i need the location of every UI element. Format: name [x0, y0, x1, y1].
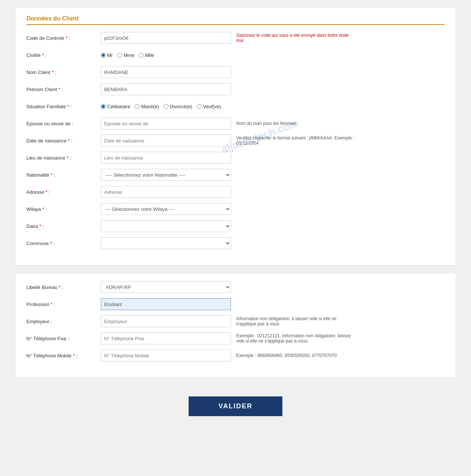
tel-fixe-label: N° Téléphone Fixe :: [26, 336, 101, 341]
wilaya-label: Wilaya * :: [26, 206, 101, 212]
employeur-row: Employeur : Information non obligatoire;…: [26, 315, 445, 328]
code-controle-hint: Saisissez le code qui vous a été envoyé …: [236, 33, 355, 43]
nationalite-row: Nationalité * : ---- Sélectionnez votre …: [26, 168, 445, 181]
civilite-radio-group: Mr Mme Mlle: [101, 52, 154, 58]
tel-mobile-area: Exemple : 0660606060, 0550505050, 077070…: [101, 350, 445, 361]
epouse-veuve-hint: Nom du mari pour les femmes: [236, 121, 296, 126]
section-title: Données du Client: [26, 15, 445, 25]
employeur-label: Employeur :: [26, 319, 101, 324]
civilite-area: Mr Mme Mlle: [101, 52, 445, 58]
epouse-veuve-label: Epouse ou veuve de :: [26, 121, 101, 126]
profession-area: [101, 298, 445, 310]
code-controle-label: Code de Controle * :: [26, 35, 101, 41]
commune-row: Commune * :: [26, 237, 445, 250]
civilite-mlle-radio[interactable]: [139, 53, 144, 58]
lieu-naissance-input[interactable]: [101, 152, 231, 164]
tel-mobile-input[interactable]: [101, 350, 231, 361]
lieu-naissance-label: Lieu de naissance * :: [26, 155, 101, 161]
wilaya-select[interactable]: --- Sélectionnez votre Wilaya --- Adrar …: [101, 203, 231, 215]
commune-area: [101, 237, 445, 249]
civilite-mme-label[interactable]: Mme: [117, 52, 134, 58]
tel-mobile-row: N° Téléphone Mobile * : Exemple : 066060…: [26, 349, 445, 362]
wilaya-row: Wilaya * : --- Sélectionnez votre Wilaya…: [26, 203, 445, 215]
wilaya-area: --- Sélectionnez votre Wilaya --- Adrar …: [101, 203, 445, 215]
employeur-input[interactable]: [101, 315, 231, 327]
nationalite-label: Nationalité * :: [26, 172, 101, 178]
marie-label[interactable]: Marié(e): [135, 104, 159, 109]
tel-fixe-input[interactable]: [101, 332, 231, 344]
adresse-input[interactable]: [101, 186, 231, 198]
celibataire-label[interactable]: Célibataire: [101, 104, 130, 109]
veuf-label[interactable]: Veuf(ve): [197, 104, 221, 109]
profession-input[interactable]: [101, 298, 231, 310]
situation-familiale-radio-group: Célibataire Marié(e) Divorcé(e) Veuf(ve): [101, 104, 221, 109]
libelle-bureau-row: Libellé Bureau * : ADRAR-RP: [26, 281, 445, 293]
nationalite-area: ---- Sélectionnez votre Nationalite ----…: [101, 169, 445, 181]
commune-label: Commune * :: [26, 241, 101, 246]
civilite-mlle-label[interactable]: Mlle: [139, 52, 154, 58]
celibataire-radio[interactable]: [101, 104, 106, 109]
employeur-area: Information non obligatoire; à laisser v…: [101, 315, 445, 327]
epouse-veuve-area: Nom du mari pour les femmes: [101, 118, 445, 129]
employeur-hint: Information non obligatoire; à laisser v…: [236, 316, 355, 327]
adresse-label: Adresse * :: [26, 189, 101, 195]
code-controle-input[interactable]: [101, 32, 231, 44]
veuf-radio[interactable]: [197, 104, 202, 109]
nom-client-row: Nom Client * :: [26, 66, 445, 78]
civilite-mr-radio[interactable]: [101, 53, 106, 58]
situation-familiale-row: Situation Familiale * : Célibataire Mari…: [26, 100, 445, 113]
nationalite-select[interactable]: ---- Sélectionnez votre Nationalite ----…: [101, 169, 231, 181]
code-controle-row: Code de Controle * : Saisissez le code q…: [26, 32, 445, 44]
daira-row: Daira * :: [26, 220, 445, 232]
civilite-label: Civilité * :: [26, 52, 101, 58]
daira-label: Daira * :: [26, 223, 101, 229]
libelle-bureau-label: Libellé Bureau * :: [26, 284, 101, 290]
civilite-mme-radio[interactable]: [117, 53, 122, 58]
profession-row: Profession * :: [26, 298, 445, 311]
date-naissance-input[interactable]: [101, 135, 231, 147]
code-controle-area: Saisissez le code qui vous a été envoyé …: [101, 32, 445, 44]
profession-label: Profession * :: [26, 302, 101, 307]
civilite-row: Civilité * : Mr Mme Mlle: [26, 49, 445, 61]
commune-select[interactable]: [101, 237, 231, 249]
divorce-label[interactable]: Divorcé(e): [164, 104, 192, 109]
prenom-client-label: Prénom Client * :: [26, 87, 101, 92]
tel-mobile-label: N° Téléphone Mobile * :: [26, 353, 101, 358]
date-naissance-area: Veuillez respecter le format suivant : j…: [101, 135, 445, 147]
tel-fixe-area: Exemple : 021212121. Information non obl…: [101, 332, 445, 344]
lieu-naissance-area: [101, 152, 445, 164]
libelle-bureau-select[interactable]: ADRAR-RP: [101, 281, 231, 293]
epouse-veuve-input[interactable]: [101, 118, 231, 129]
prenom-client-input[interactable]: [101, 83, 231, 95]
section2-card: Libellé Bureau * : ADRAR-RP Profession *…: [15, 273, 456, 378]
libelle-bureau-area: ADRAR-RP: [101, 281, 445, 293]
date-naissance-hint: Veuillez respecter le format suivant : j…: [236, 135, 355, 146]
tel-fixe-row: N° Téléphone Fixe : Exemple : 021212121.…: [26, 332, 445, 345]
divorce-radio[interactable]: [164, 104, 169, 109]
situation-familiale-label: Situation Familiale * :: [26, 104, 101, 109]
civilite-mr-label[interactable]: Mr: [101, 52, 113, 58]
validate-section: VALIDER: [15, 385, 456, 424]
nom-client-input[interactable]: [101, 66, 231, 78]
prenom-client-area: [101, 83, 445, 95]
date-naissance-row: Date de naissance * : Veuillez respecter…: [26, 134, 445, 147]
date-naissance-label: Date de naissance * :: [26, 138, 101, 144]
daira-select[interactable]: [101, 220, 231, 232]
tel-mobile-hint: Exemple : 0660606060, 0550505050, 077070…: [236, 353, 337, 358]
marie-radio[interactable]: [135, 104, 140, 109]
daira-area: [101, 220, 445, 232]
nom-client-label: Nom Client * :: [26, 70, 101, 75]
adresse-area: [101, 186, 445, 198]
lieu-naissance-row: Lieu de naissance * :: [26, 151, 445, 164]
validate-button[interactable]: VALIDER: [189, 396, 282, 416]
adresse-row: Adresse * :: [26, 186, 445, 198]
epouse-veuve-row: Epouse ou veuve de : Nom du mari pour le…: [26, 117, 445, 130]
nom-client-area: [101, 66, 445, 78]
prenom-client-row: Prénom Client * :: [26, 83, 445, 96]
situation-familiale-area: Célibataire Marié(e) Divorcé(e) Veuf(ve): [101, 104, 445, 109]
tel-fixe-hint: Exemple : 021212121. Information non obl…: [236, 333, 355, 344]
